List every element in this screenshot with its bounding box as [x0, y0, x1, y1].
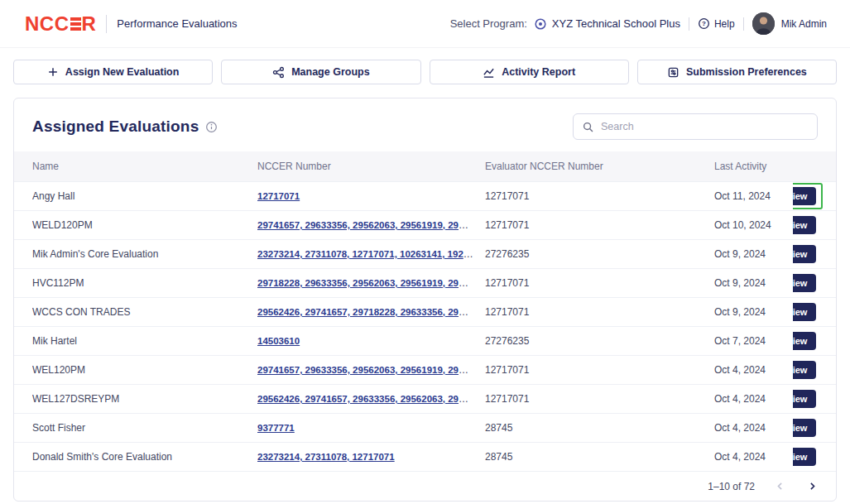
evaluation-name: WCCS CON TRADES [32, 306, 257, 318]
table-row: WCCS CON TRADES 29562426, 29741657, 2971… [14, 297, 836, 326]
nccer-number-link[interactable]: 23273214, 27311078, 12717071 [257, 452, 395, 462]
pagination-bar: 1–10 of 72 [14, 471, 836, 501]
evaluator-nccer-number: 27276235 [485, 248, 714, 260]
view-button-highlight: View [793, 386, 823, 412]
evaluation-name: Scott Fisher [32, 422, 257, 434]
user-avatar [752, 12, 775, 35]
nccer-number-link[interactable]: 12717071 [257, 191, 300, 201]
evaluator-nccer-number: 12717071 [485, 190, 714, 202]
assigned-evaluations-card: Assigned Evaluations Name NCCER Number E… [13, 98, 837, 502]
nccer-number-link[interactable]: 29562426, 29741657, 29633356, 29562063, … [257, 393, 485, 405]
last-activity: Oct 4, 2024 [714, 451, 793, 463]
chart-icon [483, 66, 495, 79]
action-toolbar: Assign New Evaluation Manage Groups Acti… [13, 60, 837, 84]
table-row: WELD120PM 29741657, 29633356, 29562063, … [14, 210, 836, 239]
table-row: WEL127DSREYPM 29562426, 29741657, 296333… [14, 384, 836, 413]
last-activity: Oct 9, 2024 [714, 277, 793, 289]
last-activity: Oct 9, 2024 [714, 306, 793, 318]
last-activity: Oct 4, 2024 [714, 364, 793, 376]
program-target-icon [534, 17, 547, 31]
user-name: Mik Admin [781, 18, 827, 30]
info-icon[interactable] [205, 121, 218, 133]
nccer-number-link[interactable]: 29741657, 29633356, 29562063, 29561919, … [257, 219, 485, 231]
evaluator-nccer-number: 27276235 [485, 335, 714, 347]
view-button[interactable]: View [793, 274, 816, 292]
assign-new-evaluation-label: Assign New Evaluation [65, 66, 180, 78]
view-button-highlight: View [793, 444, 823, 470]
column-header-evaluator: Evaluator NCCER Number [485, 161, 714, 172]
activity-report-label: Activity Report [502, 66, 575, 78]
column-header-nccer-number: NCCER Number [257, 161, 485, 172]
table-row: HVC112PM 29718228, 29633356, 29562063, 2… [14, 268, 836, 297]
view-button-highlight: View [793, 328, 823, 354]
evaluation-name: HVC112PM [32, 277, 257, 289]
evaluator-nccer-number: 28745 [485, 422, 714, 434]
app-title: Performance Evaluations [117, 17, 237, 30]
view-button[interactable]: View [793, 187, 816, 205]
view-button[interactable]: View [793, 390, 816, 408]
nccer-number-link[interactable]: 29562426, 29741657, 29718228, 29633356, … [257, 306, 485, 318]
view-button-highlight: View [793, 299, 823, 325]
activity-report-button[interactable]: Activity Report [430, 60, 629, 84]
view-button-highlight: View [793, 212, 823, 238]
evaluator-nccer-number: 12717071 [485, 306, 714, 318]
assign-new-evaluation-button[interactable]: Assign New Evaluation [13, 60, 213, 84]
top-header: NCCR Performance Evaluations Select Prog… [0, 0, 850, 48]
help-label: Help [714, 18, 735, 30]
page-title: Assigned Evaluations [32, 118, 199, 136]
table-row: WEL120PM 29741657, 29633356, 29562063, 2… [14, 355, 836, 384]
logo-text-prefix: NCC [25, 12, 70, 36]
view-button-highlight: View [793, 415, 823, 441]
evaluator-nccer-number: 12717071 [485, 277, 714, 289]
nccer-number-link[interactable]: 9377771 [257, 423, 295, 433]
evaluation-name: WEL127DSREYPM [32, 393, 257, 405]
view-button[interactable]: View [793, 216, 816, 234]
header-divider [106, 15, 107, 33]
header-divider [689, 17, 689, 31]
evaluation-name: Mik Hartel [32, 335, 257, 347]
search-input[interactable] [601, 121, 809, 132]
nccer-number-link[interactable]: 29741657, 29633356, 29562063, 29561919, … [257, 364, 485, 376]
column-header-name: Name [32, 161, 257, 172]
nccer-number-link[interactable]: 23273214, 27311078, 12717071, 10263141, … [257, 248, 485, 260]
table-row: Mik Hartel 14503610 27276235 Oct 7, 2024… [14, 326, 836, 355]
view-button-highlight: View [793, 241, 823, 267]
view-button-highlight: View [793, 183, 823, 209]
evaluator-nccer-number: 12717071 [485, 219, 714, 231]
user-menu[interactable]: Mik Admin [752, 12, 827, 35]
table-row: Donald Smith's Core Evaluation 23273214,… [14, 442, 836, 471]
table-row: Mik Admin's Core Evaluation 23273214, 27… [14, 239, 836, 268]
plus-icon [47, 66, 59, 78]
view-button[interactable]: View [793, 332, 816, 350]
table-row: Angy Hall 12717071 12717071 Oct 11, 2024… [14, 181, 836, 210]
submission-preferences-button[interactable]: Submission Preferences [637, 60, 837, 84]
help-button[interactable]: ? Help [698, 17, 735, 30]
last-activity: Oct 7, 2024 [714, 335, 793, 347]
table-row: Scott Fisher 9377771 28745 Oct 4, 2024 V… [14, 413, 836, 442]
nccer-number-link[interactable]: 29718228, 29633356, 29562063, 29561919, … [257, 277, 485, 289]
select-program-label: Select Program: [450, 17, 527, 30]
search-box[interactable] [573, 113, 818, 140]
logo-text-suffix: R [82, 12, 97, 36]
view-button[interactable]: View [793, 361, 816, 379]
nccer-number-link[interactable]: 14503610 [257, 336, 300, 346]
program-selector[interactable]: XYZ Technical School Plus [534, 17, 680, 31]
view-button[interactable]: View [793, 419, 816, 437]
view-button[interactable]: View [793, 245, 816, 263]
last-activity: Oct 10, 2024 [714, 219, 793, 231]
table-header: Name NCCER Number Evaluator NCCER Number… [14, 151, 836, 181]
evaluator-nccer-number: 12717071 [485, 393, 714, 405]
evaluation-name: WELD120PM [32, 219, 257, 231]
next-page-button[interactable] [805, 479, 819, 493]
view-button[interactable]: View [793, 448, 816, 466]
previous-page-button[interactable] [773, 479, 787, 493]
view-button-highlight: View [793, 357, 823, 383]
submission-preferences-label: Submission Preferences [686, 66, 807, 78]
manage-groups-button[interactable]: Manage Groups [221, 60, 420, 84]
logo-e-icon [70, 17, 81, 31]
last-activity: Oct 9, 2024 [714, 248, 793, 260]
help-icon: ? [698, 17, 710, 30]
view-button-highlight: View [793, 270, 823, 296]
evaluation-name: WEL120PM [32, 364, 257, 376]
view-button[interactable]: View [793, 303, 816, 321]
